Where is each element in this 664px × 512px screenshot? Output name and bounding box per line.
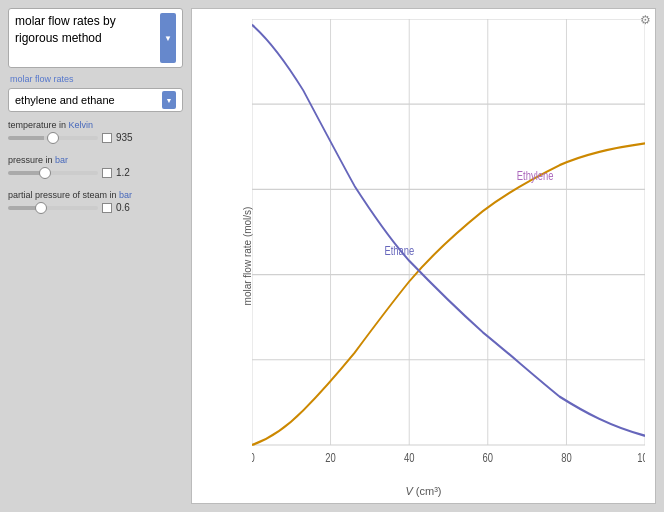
sidebar: molar flow rates by rigorous method mola… (8, 8, 183, 504)
species-dropdown-text: ethylene and ethane (15, 94, 115, 106)
pressure-label: pressure in bar (8, 155, 183, 165)
svg-text:0: 0 (252, 451, 255, 465)
pressure-slider-row: 1.2 (8, 167, 183, 178)
temperature-section: temperature in Kelvin 935 (8, 120, 183, 147)
method-label: molar flow rates (10, 74, 183, 84)
svg-text:80: 80 (561, 451, 571, 465)
pressure-section: pressure in bar 1.2 (8, 155, 183, 182)
pressure-value: 1.2 (116, 167, 130, 178)
species-dropdown[interactable]: ethylene and ethane (8, 88, 183, 112)
partial-pressure-label: partial pressure of steam in bar (8, 190, 183, 200)
method-dropdown[interactable]: molar flow rates by rigorous method (8, 8, 183, 68)
x-axis-label: V (cm³) (405, 485, 441, 497)
partial-pressure-slider-row: 0.6 (8, 202, 183, 213)
partial-pressure-checkbox[interactable] (102, 203, 112, 213)
temperature-label: temperature in Kelvin (8, 120, 183, 130)
main-container: molar flow rates by rigorous method mola… (0, 0, 664, 512)
temperature-checkbox[interactable] (102, 133, 112, 143)
temperature-slider-row: 935 (8, 132, 183, 143)
svg-text:100: 100 (637, 451, 645, 465)
temperature-value: 935 (116, 132, 133, 143)
ethane-label: Ethane (384, 244, 414, 258)
svg-text:40: 40 (404, 451, 414, 465)
partial-pressure-value: 0.6 (116, 202, 130, 213)
chart-svg: .grid-line { stroke: #d0d0d0; stroke-wid… (252, 19, 645, 468)
species-dropdown-arrow[interactable] (162, 91, 176, 109)
ethylene-curve (252, 143, 645, 445)
svg-text:20: 20 (325, 451, 335, 465)
partial-pressure-slider[interactable] (8, 206, 98, 210)
chart-inner: .grid-line { stroke: #d0d0d0; stroke-wid… (252, 19, 645, 468)
method-dropdown-text: molar flow rates by rigorous method (15, 13, 160, 47)
ethylene-label: Ethylene (517, 169, 554, 183)
svg-text:60: 60 (483, 451, 493, 465)
method-dropdown-arrow[interactable] (160, 13, 176, 63)
partial-pressure-section: partial pressure of steam in bar 0.6 (8, 190, 183, 217)
pressure-checkbox[interactable] (102, 168, 112, 178)
ethane-curve (252, 25, 645, 436)
x-axis-unit: (cm³) (413, 485, 442, 497)
temperature-slider[interactable] (8, 136, 98, 140)
chart-area: ⚙ molar flow rate (mol/s) V (cm³) .grid-… (191, 8, 656, 504)
pressure-slider[interactable] (8, 171, 98, 175)
